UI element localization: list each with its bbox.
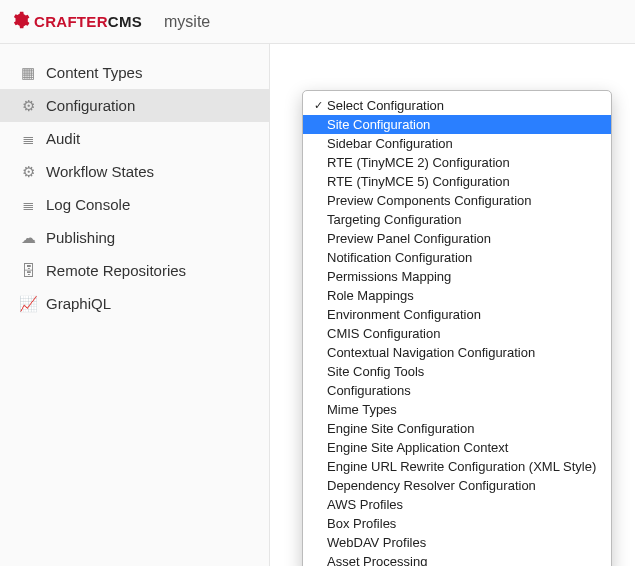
- gear-icon: [10, 10, 30, 34]
- dropdown-item[interactable]: RTE (TinyMCE 5) Configuration: [303, 172, 611, 191]
- dropdown-item[interactable]: Engine Site Configuration: [303, 419, 611, 438]
- dropdown-item[interactable]: Site Configuration: [303, 115, 611, 134]
- dropdown-item-label: Dependency Resolver Configuration: [325, 477, 536, 494]
- dropdown-item-label: Engine URL Rewrite Configuration (XML St…: [325, 458, 596, 475]
- sidebar-item-label: Workflow States: [46, 163, 154, 180]
- dropdown-item[interactable]: Dependency Resolver Configuration: [303, 476, 611, 495]
- list-icon: ≣: [20, 131, 36, 147]
- check-icon: ✓: [311, 97, 325, 114]
- main-panel: ✓Select ConfigurationSite ConfigurationS…: [270, 44, 635, 566]
- sidebar-item-configuration[interactable]: ⚙Configuration: [0, 89, 269, 122]
- dropdown-item[interactable]: Targeting Configuration: [303, 210, 611, 229]
- brand-prefix: CRAFTER: [34, 13, 108, 30]
- dropdown-item-label: Site Config Tools: [325, 363, 424, 380]
- dropdown-item-label: Asset Processing: [325, 553, 427, 566]
- dropdown-item[interactable]: Preview Components Configuration: [303, 191, 611, 210]
- dropdown-item[interactable]: Notification Configuration: [303, 248, 611, 267]
- dropdown-item[interactable]: RTE (TinyMCE 2) Configuration: [303, 153, 611, 172]
- dropdown-item[interactable]: Preview Panel Configuration: [303, 229, 611, 248]
- dropdown-item[interactable]: Site Config Tools: [303, 362, 611, 381]
- dropdown-item[interactable]: Permissions Mapping: [303, 267, 611, 286]
- sidebar: ▦Content Types⚙Configuration≣Audit⚙Workf…: [0, 44, 270, 566]
- configuration-dropdown[interactable]: ✓Select ConfigurationSite ConfigurationS…: [302, 90, 612, 566]
- dropdown-item-label: Box Profiles: [325, 515, 396, 532]
- brand-text: CRAFTERCMS: [34, 13, 142, 30]
- cloud-icon: ☁: [20, 230, 36, 246]
- dropdown-item-label: Engine Site Application Context: [325, 439, 508, 456]
- sidebar-item-label: Publishing: [46, 229, 115, 246]
- sidebar-item-workflow-states[interactable]: ⚙Workflow States: [0, 155, 269, 188]
- sidebar-item-label: Content Types: [46, 64, 142, 81]
- sidebar-item-graphiql[interactable]: 📈GraphiQL: [0, 287, 269, 320]
- dropdown-item[interactable]: Configurations: [303, 381, 611, 400]
- sidebar-item-label: Remote Repositories: [46, 262, 186, 279]
- dropdown-item-label: Permissions Mapping: [325, 268, 451, 285]
- dropdown-item[interactable]: WebDAV Profiles: [303, 533, 611, 552]
- dropdown-item[interactable]: Engine URL Rewrite Configuration (XML St…: [303, 457, 611, 476]
- list-icon: ≣: [20, 197, 36, 213]
- dropdown-item[interactable]: Environment Configuration: [303, 305, 611, 324]
- dropdown-item[interactable]: Box Profiles: [303, 514, 611, 533]
- dropdown-item-label: Engine Site Configuration: [325, 420, 474, 437]
- dropdown-item-label: Environment Configuration: [325, 306, 481, 323]
- body: ▦Content Types⚙Configuration≣Audit⚙Workf…: [0, 44, 635, 566]
- dropdown-item[interactable]: Mime Types: [303, 400, 611, 419]
- dropdown-item-label: Role Mappings: [325, 287, 414, 304]
- gear-icon: ⚙: [20, 164, 36, 180]
- dropdown-item-label: Mime Types: [325, 401, 397, 418]
- dropdown-item-label: Preview Panel Configuration: [325, 230, 491, 247]
- dropdown-item-label: Site Configuration: [325, 116, 430, 133]
- dropdown-item[interactable]: Sidebar Configuration: [303, 134, 611, 153]
- dropdown-item-label: CMIS Configuration: [325, 325, 440, 342]
- dropdown-item[interactable]: Role Mappings: [303, 286, 611, 305]
- brand-logo: CRAFTERCMS: [10, 10, 142, 34]
- site-name: mysite: [164, 13, 210, 31]
- dropdown-item[interactable]: Asset Processing: [303, 552, 611, 566]
- dropdown-item-label: Contextual Navigation Configuration: [325, 344, 535, 361]
- sidebar-item-label: GraphiQL: [46, 295, 111, 312]
- topbar: CRAFTERCMS mysite: [0, 0, 635, 44]
- dropdown-item[interactable]: CMIS Configuration: [303, 324, 611, 343]
- dropdown-item-label: Targeting Configuration: [325, 211, 461, 228]
- sidebar-item-label: Log Console: [46, 196, 130, 213]
- dropdown-item[interactable]: Contextual Navigation Configuration: [303, 343, 611, 362]
- gear-icon: ⚙: [20, 98, 36, 114]
- dropdown-item[interactable]: Engine Site Application Context: [303, 438, 611, 457]
- dropdown-item-label: Select Configuration: [325, 97, 444, 114]
- grid-icon: ▦: [20, 65, 36, 81]
- database-icon: 🗄: [20, 263, 36, 279]
- dropdown-item-label: RTE (TinyMCE 2) Configuration: [325, 154, 510, 171]
- sidebar-item-label: Configuration: [46, 97, 135, 114]
- dropdown-item-label: AWS Profiles: [325, 496, 403, 513]
- dropdown-item-label: Configurations: [325, 382, 411, 399]
- brand-suffix: CMS: [108, 13, 142, 30]
- dropdown-item[interactable]: ✓Select Configuration: [303, 96, 611, 115]
- dropdown-item-label: Sidebar Configuration: [325, 135, 453, 152]
- sidebar-item-audit[interactable]: ≣Audit: [0, 122, 269, 155]
- sidebar-item-log-console[interactable]: ≣Log Console: [0, 188, 269, 221]
- chart-icon: 📈: [20, 296, 36, 312]
- sidebar-item-publishing[interactable]: ☁Publishing: [0, 221, 269, 254]
- sidebar-item-content-types[interactable]: ▦Content Types: [0, 56, 269, 89]
- dropdown-item-label: Notification Configuration: [325, 249, 472, 266]
- dropdown-item-label: Preview Components Configuration: [325, 192, 532, 209]
- sidebar-item-label: Audit: [46, 130, 80, 147]
- dropdown-item-label: RTE (TinyMCE 5) Configuration: [325, 173, 510, 190]
- dropdown-item[interactable]: AWS Profiles: [303, 495, 611, 514]
- dropdown-item-label: WebDAV Profiles: [325, 534, 426, 551]
- sidebar-item-remote-repositories[interactable]: 🗄Remote Repositories: [0, 254, 269, 287]
